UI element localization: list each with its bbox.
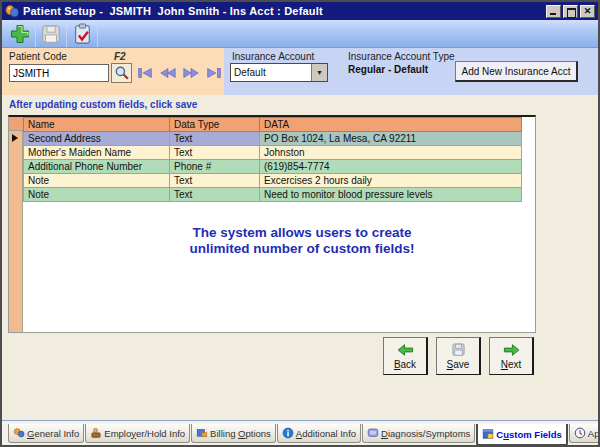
previous-record-icon[interactable] [159,66,177,80]
save-hint-text: After updating custom fields, click save [9,99,197,110]
green-arrow-left-icon [397,343,414,357]
table-row[interactable]: Mother's Maiden Name Text Johnston [24,146,522,160]
app-icon [5,5,19,18]
window-title: Patient Setup - JSMITH John Smith - Ins … [23,5,546,17]
verify-record-button[interactable] [67,21,98,47]
insurance-account-select[interactable]: Default ▼ [230,63,328,82]
patient-code-input[interactable] [9,64,109,82]
insurance-account-label: Insurance Account [232,51,314,62]
insurance-panel: Insurance Account Default ▼ Insurance Ac… [224,48,598,95]
tab-employer-hold-info[interactable]: Employer/Hold Info [85,424,190,443]
grid-header-row: Name Data Type DATA [24,118,522,132]
maximize-icon[interactable] [563,5,578,18]
main-toolbar [2,20,598,48]
first-record-icon[interactable] [136,66,154,80]
tab-general-info[interactable]: General Info [8,424,84,443]
record-navigator [136,66,223,80]
tab-additional-info[interactable]: Additional Info [277,424,361,443]
billing-card-icon [196,427,208,439]
next-button[interactable]: Next [489,337,534,375]
column-header-name: Name [24,118,170,132]
worker-icon [90,427,102,439]
column-header-data: DATA [260,118,522,132]
tab-diagnosis-symptoms[interactable]: Diagnosis/Symptoms [362,424,475,443]
custom-fields-table: Name Data Type DATA Second Address Text … [23,117,522,202]
monitor-icon [367,427,379,439]
table-row[interactable]: Note Text Need to monitor blood pressure… [24,188,522,202]
close-icon[interactable] [580,5,595,18]
save-button[interactable]: Save [436,337,481,375]
add-record-button[interactable] [5,21,36,47]
back-button[interactable]: Back [383,337,428,375]
insurance-account-value: Default [231,67,311,78]
column-header-data-type: Data Type [170,118,260,132]
people-icon [13,427,25,439]
patient-code-label: Patient Code [9,51,67,62]
info-circle-icon [282,427,294,439]
titlebar: Patient Setup - JSMITH John Smith - Ins … [2,2,598,20]
table-row[interactable]: Note Text Excercises 2 hours daily [24,174,522,188]
selected-row-marker-icon [12,134,18,142]
green-arrow-right-icon [503,343,520,357]
fields-window-icon [482,428,494,440]
tab-billing-options[interactable]: Billing Options [191,424,276,443]
floppy-icon [451,342,466,357]
clock-icon [574,427,586,439]
plus-icon [8,22,32,46]
save-record-button[interactable] [36,21,67,47]
floppy-icon [40,23,62,45]
promo-banner-text: The system allows users to create unlimi… [2,225,600,257]
insurance-type-label: Insurance Account Type [348,51,455,62]
last-record-icon[interactable] [205,66,223,80]
tab-custom-fields[interactable]: Custom Fields [476,424,567,446]
section-tabbar: General Info Employer/Hold Info Billing … [2,420,598,445]
chevron-down-icon: ▼ [311,64,327,81]
next-record-icon[interactable] [182,66,200,80]
table-row[interactable]: Second Address Text PO Box 1024, La Mesa… [24,132,522,146]
patient-code-panel: Patient Code F2 [2,48,224,95]
patient-search-button[interactable] [111,63,132,83]
f2-shortcut-label: F2 [114,51,126,62]
add-insurance-account-button[interactable]: Add New Insurance Acct [455,61,578,82]
tab-appointments[interactable]: Appointments [569,424,600,443]
minimize-icon[interactable] [546,5,561,18]
patient-setup-window: Patient Setup - JSMITH John Smith - Ins … [0,0,600,447]
insurance-type-value: Regular - Default [348,64,428,75]
custom-fields-grid: Name Data Type DATA Second Address Text … [8,115,536,333]
custom-fields-page: After updating custom fields, click save… [2,95,598,420]
patient-insurance-bar: Patient Code F2 [2,48,598,95]
wizard-buttons: Back Save Next [383,337,534,375]
table-row[interactable]: Additional Phone Number Phone # (619)854… [24,160,522,174]
clipboard-check-icon [72,23,92,45]
search-icon [114,65,130,81]
